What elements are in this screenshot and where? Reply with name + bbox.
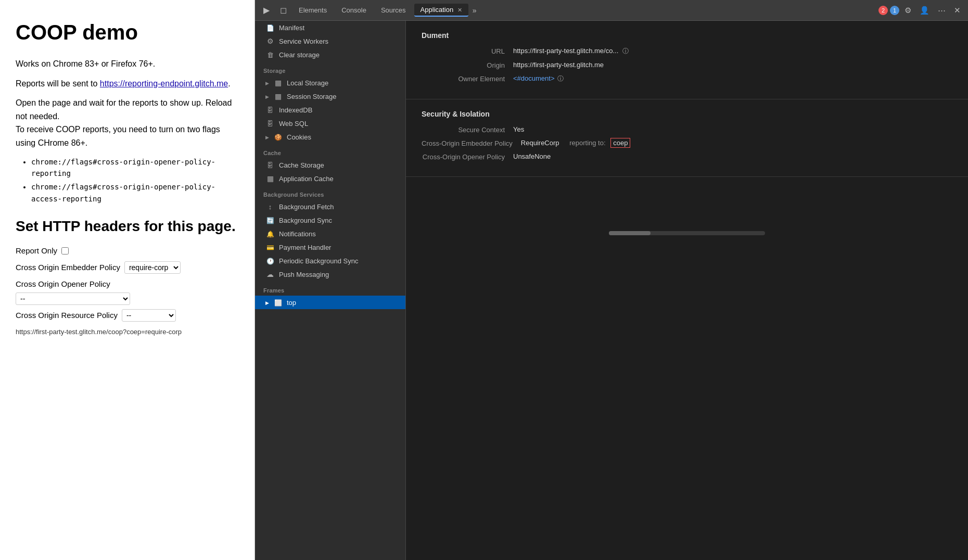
devtools-panel: ▶ ◻ Elements Console Sources Application… xyxy=(255,0,968,560)
sidebar-item-manifest[interactable]: Manifest xyxy=(255,21,405,34)
tab-application-close[interactable]: ✕ xyxy=(457,7,462,13)
origin-value: https://first-party-test.glitch.me xyxy=(513,61,952,69)
sidebar-item-app-cache-label: Application Cache xyxy=(279,175,334,183)
sidebar-item-payment-handler[interactable]: Payment Handler xyxy=(255,240,405,254)
horizontal-scrollbar-thumb[interactable] xyxy=(609,231,651,235)
url-label: URL xyxy=(422,47,505,55)
flag-item-1: chrome://flags#cross-origin-opener-polic… xyxy=(31,156,239,180)
corp-label: Cross Origin Resource Policy xyxy=(16,309,118,322)
coop-policy-row: Cross-Origin Opener Policy UnsafeNone xyxy=(422,152,952,161)
document-section-title: Dument xyxy=(422,31,952,40)
clear-storage-icon xyxy=(265,50,275,59)
set-headers-title: Set HTTP headers for this page. xyxy=(16,215,239,238)
sidebar-item-local-storage[interactable]: Local Storage xyxy=(255,76,405,90)
owner-element-link[interactable]: <#document> xyxy=(513,74,555,82)
owner-info-icon[interactable]: ⓘ xyxy=(557,75,564,82)
works-on-text: Works on Chrome 83+ or Firefox 76+. xyxy=(16,57,239,71)
sidebar-item-cookies[interactable]: Cookies xyxy=(255,130,405,144)
secure-context-row: Secure Context Yes xyxy=(422,125,952,134)
push-messaging-icon xyxy=(265,270,275,278)
reporting-text: Reports will be sent to https://reportin… xyxy=(16,77,239,91)
devtools-body: Manifest Service Workers Clear storage S… xyxy=(255,21,968,560)
more-options-icon[interactable]: ⋯ xyxy=(935,4,949,17)
coep-select[interactable]: require-corp unsafe-none xyxy=(124,261,181,274)
sidebar-item-top[interactable]: top xyxy=(255,296,405,309)
sidebar-item-bg-sync-label: Background Sync xyxy=(279,217,332,224)
sidebar-item-bg-fetch-label: Background Fetch xyxy=(279,203,334,211)
security-section-title: Security & Isolation xyxy=(422,110,952,118)
tab-badges: 2 1 xyxy=(878,6,899,15)
close-devtools-icon[interactable]: ✕ xyxy=(951,4,964,17)
corp-select[interactable]: -- same-origin same-site cross-origin xyxy=(122,309,176,322)
url-bar: https://first-party-test.glitch.me/coop?… xyxy=(16,327,239,338)
reporting-link[interactable]: https://reporting-endpoint.glitch.me xyxy=(100,79,228,88)
session-storage-chevron xyxy=(265,94,269,99)
sidebar-item-bg-fetch[interactable]: Background Fetch xyxy=(255,200,405,213)
empty-content-area xyxy=(406,177,968,239)
sidebar-item-session-storage[interactable]: Session Storage xyxy=(255,90,405,103)
sidebar-item-service-workers-label: Service Workers xyxy=(279,37,328,45)
coop-select[interactable]: -- same-origin same-origin-allow-popups xyxy=(16,292,130,305)
tab-application[interactable]: Application ✕ xyxy=(414,4,468,17)
coop-policy-label: Cross-Origin Opener Policy xyxy=(422,152,505,161)
profile-icon[interactable]: 👤 xyxy=(916,4,933,17)
local-storage-icon xyxy=(273,79,283,87)
tab-console[interactable]: Console xyxy=(335,4,373,16)
coep-policy-label: Cross-Origin Embedder Policy xyxy=(422,139,513,147)
cursor-icon[interactable]: ▶ xyxy=(259,3,274,18)
sidebar-item-manifest-label: Manifest xyxy=(279,24,304,32)
flags-list: chrome://flags#cross-origin-opener-polic… xyxy=(31,156,239,205)
sidebar-item-notifications-label: Notifications xyxy=(279,230,316,238)
secure-context-value: Yes xyxy=(513,125,952,133)
settings-icon[interactable]: ⚙ xyxy=(901,4,914,17)
sidebar-item-indexeddb[interactable]: IndexedDB xyxy=(255,103,405,117)
payment-handler-icon xyxy=(265,243,275,251)
bg-sync-icon xyxy=(265,216,275,224)
report-only-checkbox[interactable] xyxy=(61,247,69,254)
tab-sources[interactable]: Sources xyxy=(375,4,412,16)
cookies-chevron xyxy=(265,134,269,140)
url-value: https://first-party-test.glitch.me/co...… xyxy=(513,47,952,56)
info-badge: 1 xyxy=(890,6,899,15)
sidebar-item-periodic-bg-sync-label: Periodic Background Sync xyxy=(279,257,358,265)
corp-row: Cross Origin Resource Policy -- same-ori… xyxy=(16,309,239,322)
session-storage-icon xyxy=(273,92,283,100)
coep-reporting-label: reporting to: xyxy=(569,139,607,147)
sidebar-item-top-label: top xyxy=(287,299,296,307)
coop-label: Cross Origin Opener Policy xyxy=(16,278,110,290)
main-panel: Dument URL https://first-party-test.glit… xyxy=(406,21,968,560)
sidebar-item-app-cache[interactable]: Application Cache xyxy=(255,172,405,185)
owner-value: <#document> ⓘ xyxy=(513,74,952,83)
sidebar-item-local-storage-label: Local Storage xyxy=(287,79,328,87)
cookies-icon xyxy=(273,133,283,141)
origin-label: Origin xyxy=(422,61,505,69)
storage-section-header: Storage xyxy=(255,61,405,76)
indexeddb-icon xyxy=(265,106,275,114)
owner-label: Owner Element xyxy=(422,74,505,83)
owner-row: Owner Element <#document> ⓘ xyxy=(422,74,952,83)
sidebar-item-clear-storage[interactable]: Clear storage xyxy=(255,48,405,61)
inspect-icon[interactable]: ◻ xyxy=(276,3,290,18)
sidebar-item-notifications[interactable]: Notifications xyxy=(255,227,405,240)
horizontal-scrollbar-track[interactable] xyxy=(609,231,765,235)
app-cache-icon xyxy=(265,174,275,183)
tab-elements[interactable]: Elements xyxy=(292,4,333,16)
sidebar-item-cache-storage[interactable]: Cache Storage xyxy=(255,158,405,172)
sidebar-item-cookies-label: Cookies xyxy=(287,133,311,141)
tab-more-icon[interactable]: » xyxy=(470,4,479,17)
sidebar-item-bg-sync[interactable]: Background Sync xyxy=(255,213,405,227)
sidebar-item-session-storage-label: Session Storage xyxy=(287,93,336,100)
coop-row: Cross Origin Opener Policy -- same-origi… xyxy=(16,278,239,305)
top-frame-chevron xyxy=(265,300,269,306)
bg-fetch-icon xyxy=(265,202,275,211)
sidebar-item-web-sql[interactable]: Web SQL xyxy=(255,117,405,130)
report-only-label: Report Only xyxy=(16,245,57,257)
url-info-icon[interactable]: ⓘ xyxy=(622,47,629,55)
coep-label: Cross Origin Embedder Policy xyxy=(16,261,120,274)
report-only-row: Report Only xyxy=(16,245,239,257)
sidebar-item-periodic-bg-sync[interactable]: Periodic Background Sync xyxy=(255,254,405,268)
cache-storage-icon xyxy=(265,161,275,169)
sidebar-item-push-messaging[interactable]: Push Messaging xyxy=(255,268,405,281)
sidebar-item-cache-storage-label: Cache Storage xyxy=(279,161,324,169)
sidebar-item-service-workers[interactable]: Service Workers xyxy=(255,34,405,48)
